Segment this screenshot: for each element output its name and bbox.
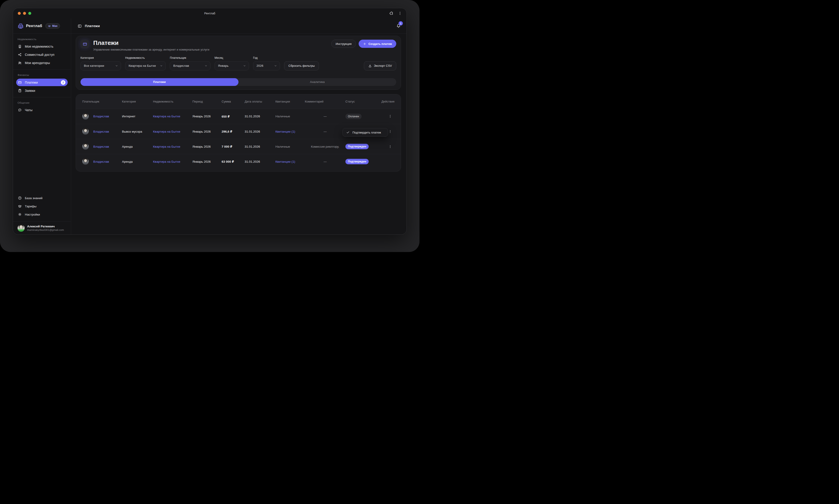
sidebar-item-label: Чаты: [25, 108, 32, 112]
tab-analytics-label: Аналитика: [310, 80, 325, 84]
tab-analytics[interactable]: Аналитика: [239, 78, 397, 86]
year-select[interactable]: 2026: [253, 61, 280, 70]
month-value: Январь: [218, 64, 228, 68]
chat-icon: [18, 108, 22, 112]
col-header-payer: Плательщик: [82, 100, 122, 103]
sidebar-item-my-tenants[interactable]: Мои арендаторы: [16, 59, 68, 67]
category-cell: Интернет: [122, 114, 153, 118]
tab-payments-label: Платежи: [153, 80, 166, 84]
date-cell: 31.01.2026: [245, 160, 275, 163]
export-csv-button[interactable]: Экспорт CSV: [364, 61, 396, 70]
period-cell: Январь 2026: [192, 130, 222, 133]
amount-cell: 650 ₽: [222, 114, 245, 118]
sidebar-item-label: Заявки: [25, 89, 35, 92]
date-cell: 31.01.2026: [245, 145, 275, 148]
property-select[interactable]: Квартира на Бытхе: [125, 61, 166, 70]
sidebar-item-knowledge-base[interactable]: База знаний: [16, 194, 68, 202]
view-tabs: Платежи Аналитика: [81, 78, 396, 86]
period-cell: Январь 2026: [192, 145, 222, 148]
month-select[interactable]: Январь: [214, 61, 249, 70]
notifications-button[interactable]: 1: [396, 23, 401, 29]
user-name: Алексей Раткевич: [27, 224, 64, 229]
sidebar-item-my-realty[interactable]: Моя недвижимость: [16, 42, 68, 51]
property-value: Квартира на Бытхе: [128, 64, 156, 68]
payer-avatar: [82, 143, 89, 150]
table-row: Владислав Интернет Квартира на Бытхе Янв…: [76, 109, 401, 124]
col-header-property: Недвижимость: [153, 100, 192, 103]
sidebar-divider: [13, 69, 71, 70]
notification-count-badge: 1: [399, 21, 403, 25]
row-actions-kebab[interactable]: [387, 129, 393, 134]
sidebar-item-tariffs[interactable]: Тарифы: [16, 202, 68, 210]
tab-payments[interactable]: Платежи: [81, 78, 239, 86]
table-row: Владислав Аренда Квартира на Бытхе Январ…: [76, 154, 401, 169]
property-link[interactable]: Квартира на Бытхе: [153, 145, 180, 148]
brand-block: Рентлаб Max: [13, 18, 71, 34]
chrome-row: Рентлаб Max Платежи 1: [13, 18, 406, 34]
sidebar-item-label: Моя недвижимость: [25, 44, 53, 48]
row-actions-kebab[interactable]: [387, 144, 393, 149]
sidebar-item-requests[interactable]: Заявки: [16, 87, 68, 95]
check-icon: [346, 130, 350, 134]
chevron-down-icon: [274, 64, 277, 67]
create-payment-button[interactable]: Создать платеж: [359, 40, 396, 48]
section-label-communication: Общение: [13, 102, 71, 104]
col-header-receipts: Квитанции: [275, 100, 305, 103]
payer-link[interactable]: Владислав: [93, 130, 109, 133]
receipts-link[interactable]: Квитанции (1): [275, 130, 295, 133]
crown-icon: [18, 204, 22, 208]
sidebar-item-label: Платежи: [25, 80, 38, 84]
property-link[interactable]: Квартира на Бытхе: [153, 130, 180, 133]
receipts-link[interactable]: Квитанции (1): [275, 160, 295, 163]
filters-bar: Категория Все категории Недвижимость Ква…: [81, 56, 396, 70]
payer-select[interactable]: Владислав: [170, 61, 210, 70]
credit-card-icon: [18, 80, 22, 85]
col-header-category: Категория: [122, 100, 153, 103]
sidebar-item-chats[interactable]: Чаты: [16, 106, 68, 114]
browser-menu-kebab-icon[interactable]: [398, 12, 402, 15]
download-icon: [368, 64, 372, 68]
user-profile[interactable]: Алексей Раткевич maminakyrtka3301@gmail.…: [13, 221, 71, 235]
plan-badge[interactable]: Max: [46, 23, 60, 29]
payer-link[interactable]: Владислав: [93, 114, 109, 118]
status-badge: Подтвержден: [345, 159, 369, 164]
amount-cell: 296,6 ₽: [222, 130, 245, 133]
comment-cell: Комиссия риелтору.: [305, 145, 345, 148]
backdrop: Рентлаб Рентлаб: [0, 0, 419, 252]
row-context-menu: Подтвердить платеж: [343, 128, 388, 137]
sidebar-item-label: Тарифы: [25, 204, 36, 208]
property-link[interactable]: Квартира на Бытхе: [153, 114, 180, 118]
rentlab-logo-icon: [18, 23, 24, 29]
sidebar-toggle-icon[interactable]: [77, 24, 82, 28]
payer-link[interactable]: Владислав: [93, 160, 109, 163]
payments-header-card: Платежи Управление ежемесячными платежам…: [76, 36, 401, 90]
chevron-down-icon: [115, 64, 118, 67]
building-icon: [18, 44, 22, 49]
year-value: 2026: [257, 64, 263, 68]
extensions-puzzle-icon[interactable]: [389, 11, 394, 16]
confirm-payment-menu-item[interactable]: Подтвердить платеж: [352, 131, 381, 134]
comment-cell: —: [305, 160, 345, 163]
category-cell: Аренда: [122, 145, 153, 148]
table-header-row: Плательщик Категория Недвижимость Период…: [76, 94, 401, 109]
reset-filters-button[interactable]: Сбросить фильтры: [284, 61, 319, 70]
status-badge: Оплачен: [345, 114, 362, 119]
sidebar-item-settings[interactable]: Настройки: [16, 210, 68, 218]
share-icon: [18, 53, 22, 57]
property-link[interactable]: Квартира на Бытхе: [153, 160, 180, 163]
col-header-period: Период: [192, 100, 222, 103]
payer-link[interactable]: Владислав: [93, 145, 109, 148]
section-label-finance: Финансы: [13, 74, 71, 76]
comment-cell: —: [305, 130, 345, 133]
chevron-down-icon: [243, 64, 246, 67]
sidebar-item-shared-access[interactable]: Совместный доступ: [16, 51, 68, 59]
sidebar: Недвижимость Моя недвижимость Совместный…: [13, 34, 71, 235]
category-select[interactable]: Все категории: [81, 61, 121, 70]
instruction-button[interactable]: Инструкция: [331, 40, 356, 48]
amount-cell: 63 000 ₽: [222, 160, 245, 163]
app-window: Рентлаб Рентлаб: [13, 8, 407, 235]
comment-cell: —: [305, 114, 345, 118]
row-actions-kebab[interactable]: [387, 113, 393, 119]
sidebar-item-payments[interactable]: Платежи 2: [16, 78, 68, 86]
payments-title: Платежи: [93, 40, 209, 46]
